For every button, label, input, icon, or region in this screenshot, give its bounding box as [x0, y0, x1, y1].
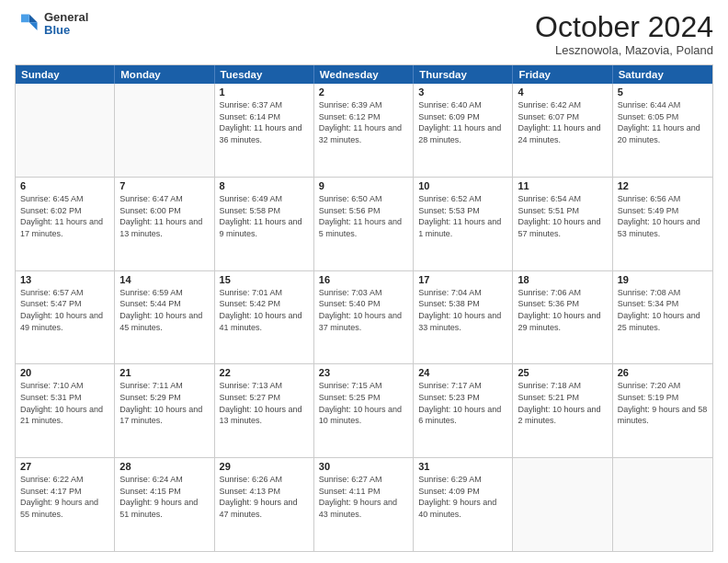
day-cell-4: 4Sunrise: 6:42 AMSunset: 6:07 PMDaylight… — [513, 84, 612, 177]
location: Lesznowola, Mazovia, Poland — [535, 43, 713, 57]
week-row-2: 6Sunrise: 6:45 AMSunset: 6:02 PMDaylight… — [16, 178, 712, 271]
day-info: Sunrise: 6:24 AMSunset: 4:15 PMDaylight:… — [119, 474, 209, 520]
day-number: 25 — [518, 367, 607, 378]
day-cell-5: 5Sunrise: 6:44 AMSunset: 6:05 PMDaylight… — [613, 84, 712, 177]
day-number: 20 — [20, 367, 109, 378]
day-cell-20: 20Sunrise: 7:10 AMSunset: 5:31 PMDayligh… — [16, 364, 115, 457]
day-cell-7: 7Sunrise: 6:47 AMSunset: 6:00 PMDaylight… — [115, 178, 214, 270]
day-cell-21: 21Sunrise: 7:11 AMSunset: 5:29 PMDayligh… — [115, 364, 214, 457]
week-row-3: 13Sunrise: 6:57 AMSunset: 5:47 PMDayligh… — [16, 271, 712, 365]
day-cell-17: 17Sunrise: 7:04 AMSunset: 5:38 PMDayligh… — [414, 271, 513, 364]
day-number: 16 — [319, 274, 408, 285]
day-cell-16: 16Sunrise: 7:03 AMSunset: 5:40 PMDayligh… — [314, 271, 414, 364]
day-cell-12: 12Sunrise: 6:56 AMSunset: 5:49 PMDayligh… — [613, 178, 712, 270]
day-cell-29: 29Sunrise: 6:26 AMSunset: 4:13 PMDayligh… — [215, 458, 314, 551]
logo-blue: Blue — [44, 24, 88, 37]
day-info: Sunrise: 7:08 AMSunset: 5:34 PMDaylight:… — [618, 287, 708, 333]
day-info: Sunrise: 6:29 AMSunset: 4:09 PMDaylight:… — [418, 474, 507, 520]
day-cell-30: 30Sunrise: 6:27 AMSunset: 4:11 PMDayligh… — [314, 458, 414, 551]
day-cell-15: 15Sunrise: 7:01 AMSunset: 5:42 PMDayligh… — [215, 271, 314, 364]
day-info: Sunrise: 6:40 AMSunset: 6:09 PMDaylight:… — [418, 99, 507, 145]
day-number: 11 — [518, 180, 607, 191]
day-number: 7 — [119, 180, 209, 191]
week-row-5: 27Sunrise: 6:22 AMSunset: 4:17 PMDayligh… — [16, 458, 712, 551]
day-number: 18 — [518, 274, 607, 285]
page: General Blue October 2024 Lesznowola, Ma… — [0, 0, 728, 563]
day-header-monday: Monday — [115, 65, 214, 84]
logo-general: General — [44, 11, 88, 24]
day-info: Sunrise: 7:06 AMSunset: 5:36 PMDaylight:… — [518, 287, 607, 333]
day-cell-26: 26Sunrise: 7:20 AMSunset: 5:19 PMDayligh… — [613, 364, 712, 457]
day-info: Sunrise: 6:59 AMSunset: 5:44 PMDaylight:… — [119, 287, 209, 333]
day-header-friday: Friday — [513, 65, 612, 84]
svg-marker-0 — [29, 15, 38, 23]
day-number: 17 — [418, 274, 507, 285]
day-number: 1 — [220, 86, 309, 98]
day-info: Sunrise: 6:45 AMSunset: 6:02 PMDaylight:… — [20, 193, 109, 239]
day-number: 29 — [220, 461, 309, 472]
day-info: Sunrise: 6:26 AMSunset: 4:13 PMDaylight:… — [220, 474, 309, 520]
day-info: Sunrise: 6:52 AMSunset: 5:53 PMDaylight:… — [418, 193, 507, 239]
day-number: 5 — [618, 86, 708, 98]
day-number: 15 — [220, 274, 309, 285]
day-info: Sunrise: 6:37 AMSunset: 6:14 PMDaylight:… — [220, 99, 309, 145]
day-cell-27: 27Sunrise: 6:22 AMSunset: 4:17 PMDayligh… — [16, 458, 115, 551]
day-header-wednesday: Wednesday — [314, 65, 414, 84]
day-header-tuesday: Tuesday — [215, 65, 314, 84]
day-cell-8: 8Sunrise: 6:49 AMSunset: 5:58 PMDaylight… — [215, 178, 314, 270]
logo: General Blue — [15, 11, 88, 38]
day-info: Sunrise: 6:47 AMSunset: 6:00 PMDaylight:… — [119, 193, 209, 239]
header: General Blue October 2024 Lesznowola, Ma… — [15, 11, 713, 57]
day-number: 6 — [20, 180, 109, 191]
title-block: October 2024 Lesznowola, Mazovia, Poland — [535, 11, 713, 57]
day-number: 31 — [418, 461, 507, 472]
day-cell-6: 6Sunrise: 6:45 AMSunset: 6:02 PMDaylight… — [16, 178, 115, 270]
day-number: 2 — [319, 86, 408, 98]
day-info: Sunrise: 7:03 AMSunset: 5:40 PMDaylight:… — [319, 287, 408, 333]
day-cell-31: 31Sunrise: 6:29 AMSunset: 4:09 PMDayligh… — [414, 458, 513, 551]
day-info: Sunrise: 7:17 AMSunset: 5:23 PMDaylight:… — [418, 380, 507, 426]
day-header-thursday: Thursday — [414, 65, 513, 84]
calendar-header-row: SundayMondayTuesdayWednesdayThursdayFrid… — [16, 65, 712, 84]
day-number: 26 — [618, 367, 708, 378]
week-row-1: 1Sunrise: 6:37 AMSunset: 6:14 PMDaylight… — [16, 84, 712, 178]
day-number: 21 — [119, 367, 209, 378]
day-number: 4 — [518, 86, 607, 98]
empty-cell — [613, 458, 712, 551]
day-number: 23 — [319, 367, 408, 378]
empty-cell — [16, 84, 115, 177]
day-number: 28 — [119, 461, 209, 472]
day-number: 8 — [220, 180, 309, 191]
day-number: 14 — [119, 274, 209, 285]
empty-cell — [115, 84, 214, 177]
logo-icon — [15, 11, 40, 37]
day-header-sunday: Sunday — [16, 65, 115, 84]
day-number: 13 — [20, 274, 109, 285]
day-info: Sunrise: 6:54 AMSunset: 5:51 PMDaylight:… — [518, 193, 607, 239]
day-cell-19: 19Sunrise: 7:08 AMSunset: 5:34 PMDayligh… — [613, 271, 712, 364]
day-info: Sunrise: 6:44 AMSunset: 6:05 PMDaylight:… — [618, 99, 708, 145]
day-header-saturday: Saturday — [613, 65, 712, 84]
day-info: Sunrise: 7:20 AMSunset: 5:19 PMDaylight:… — [618, 380, 708, 426]
day-cell-18: 18Sunrise: 7:06 AMSunset: 5:36 PMDayligh… — [513, 271, 612, 364]
day-info: Sunrise: 7:13 AMSunset: 5:27 PMDaylight:… — [220, 380, 309, 426]
logo-text: General Blue — [44, 11, 88, 38]
day-cell-28: 28Sunrise: 6:24 AMSunset: 4:15 PMDayligh… — [115, 458, 214, 551]
month-title: October 2024 — [535, 11, 713, 43]
day-cell-24: 24Sunrise: 7:17 AMSunset: 5:23 PMDayligh… — [414, 364, 513, 457]
day-info: Sunrise: 7:15 AMSunset: 5:25 PMDaylight:… — [319, 380, 408, 426]
day-cell-14: 14Sunrise: 6:59 AMSunset: 5:44 PMDayligh… — [115, 271, 214, 364]
day-cell-25: 25Sunrise: 7:18 AMSunset: 5:21 PMDayligh… — [513, 364, 612, 457]
day-info: Sunrise: 7:01 AMSunset: 5:42 PMDaylight:… — [220, 287, 309, 333]
day-info: Sunrise: 7:18 AMSunset: 5:21 PMDaylight:… — [518, 380, 607, 426]
day-number: 22 — [220, 367, 309, 378]
day-info: Sunrise: 7:10 AMSunset: 5:31 PMDaylight:… — [20, 380, 109, 426]
day-cell-3: 3Sunrise: 6:40 AMSunset: 6:09 PMDaylight… — [414, 84, 513, 177]
day-info: Sunrise: 7:04 AMSunset: 5:38 PMDaylight:… — [418, 287, 507, 333]
day-info: Sunrise: 7:11 AMSunset: 5:29 PMDaylight:… — [119, 380, 209, 426]
svg-marker-2 — [21, 15, 29, 23]
day-cell-9: 9Sunrise: 6:50 AMSunset: 5:56 PMDaylight… — [314, 178, 414, 270]
day-info: Sunrise: 6:56 AMSunset: 5:49 PMDaylight:… — [618, 193, 708, 239]
day-cell-10: 10Sunrise: 6:52 AMSunset: 5:53 PMDayligh… — [414, 178, 513, 270]
day-number: 19 — [618, 274, 708, 285]
